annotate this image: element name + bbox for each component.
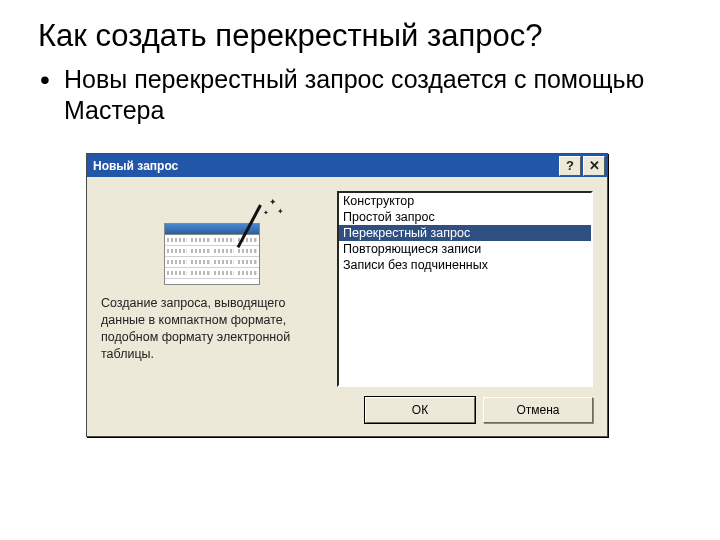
dialog-title: Новый запрос <box>93 159 559 173</box>
list-item[interactable]: Перекрестный запрос <box>339 225 591 241</box>
close-button[interactable]: ✕ <box>583 156 605 176</box>
list-item[interactable]: Записи без подчиненных <box>339 257 591 273</box>
list-item[interactable]: Конструктор <box>339 193 591 209</box>
new-query-dialog: Новый запрос ? ✕ <box>86 153 608 437</box>
cancel-button[interactable]: Отмена <box>483 397 593 423</box>
slide-title: Как создать перекрестный запрос? <box>38 18 682 54</box>
list-item[interactable]: Повторяющиеся записи <box>339 241 591 257</box>
dialog-titlebar: Новый запрос ? ✕ <box>87 154 607 177</box>
magic-wand-icon: ✦ <box>233 197 287 251</box>
query-type-list[interactable]: Конструктор Простой запрос Перекрестный … <box>337 191 593 387</box>
list-item[interactable]: Простой запрос <box>339 209 591 225</box>
dialog-description: Создание запроса, выводящего данные в ко… <box>101 295 323 363</box>
slide-bullet: Новы перекрестный запрос создается с пом… <box>38 64 682 125</box>
ok-button[interactable]: ОК <box>365 397 475 423</box>
wizard-illustration: ✦ <box>101 191 323 285</box>
help-button[interactable]: ? <box>559 156 581 176</box>
